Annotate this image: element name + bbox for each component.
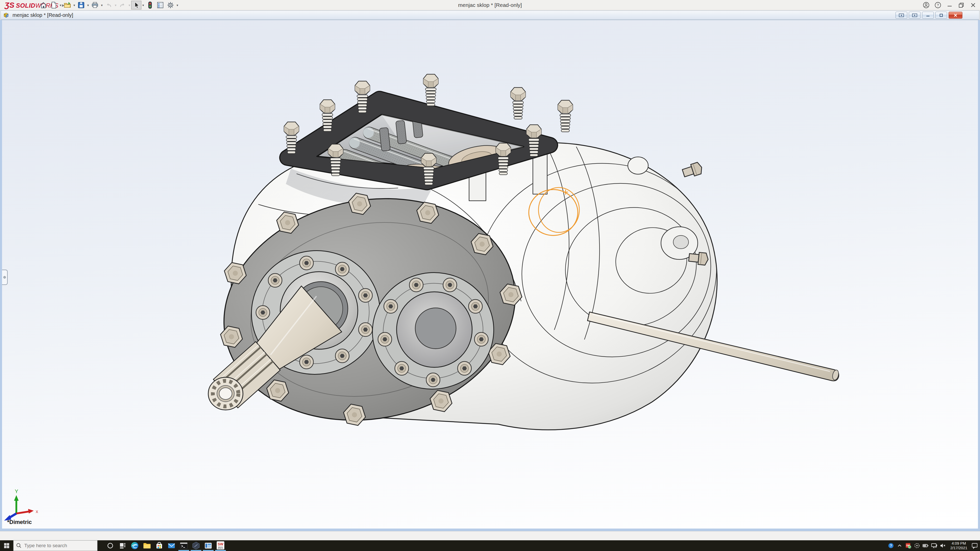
search-input[interactable]	[24, 543, 93, 549]
taskbar-app-file-explorer[interactable]	[141, 540, 153, 551]
redo-dropdown-arrow[interactable]: ▾	[127, 3, 131, 7]
tray-solidworks-monitor[interactable]: SW	[904, 540, 912, 551]
cortana-button[interactable]	[104, 540, 116, 551]
taskbar-app-window[interactable]	[202, 540, 215, 551]
titlebar-controls: ?	[921, 0, 978, 10]
windows-start-icon	[4, 543, 10, 548]
hexagon-app-icon	[192, 541, 200, 550]
document-close-icon	[953, 13, 958, 17]
model-scene[interactable]: Y x	[2, 20, 978, 531]
help-icon: ?	[935, 2, 941, 8]
feature-tree-collapse-tab[interactable]	[2, 270, 8, 285]
running-indicator	[203, 550, 213, 551]
cortana-icon	[107, 542, 114, 549]
select-dropdown-arrow[interactable]: ▾	[142, 3, 145, 7]
minimize-button[interactable]	[945, 1, 955, 10]
solidworks-2021-icon: SW 2021	[216, 541, 225, 551]
housing-side-bolt[interactable]	[682, 162, 703, 179]
save-icon	[77, 1, 85, 9]
pane-right-button[interactable]	[909, 12, 921, 19]
taskbar-app-solidworks[interactable]: SW 2021	[215, 540, 227, 551]
battery-icon	[922, 543, 929, 549]
help-button[interactable]: ?	[933, 1, 943, 10]
print-button[interactable]	[90, 1, 100, 10]
document-title: menjac sklop * [Read-only]	[13, 12, 73, 18]
taskbar-app-edge[interactable]	[129, 540, 141, 551]
document-minimize-button[interactable]	[922, 12, 934, 19]
edge-icon	[130, 541, 139, 550]
svg-text:2021: 2021	[218, 546, 224, 549]
search-icon	[16, 543, 22, 548]
new-document-icon	[50, 1, 57, 9]
taskbar-app-dev-hexagon[interactable]	[190, 540, 202, 551]
volume-muted-icon	[940, 543, 946, 549]
restore-button[interactable]	[956, 1, 966, 10]
taskbar-app-terminal[interactable]	[178, 540, 190, 551]
minimize-icon	[946, 2, 953, 8]
view-triad: Y x	[4, 489, 38, 521]
pane-left-icon	[899, 13, 904, 17]
undo-dropdown-arrow[interactable]: ▾	[114, 3, 118, 7]
document-close-button[interactable]	[948, 12, 963, 19]
undo-button[interactable]	[103, 1, 114, 10]
new-dropdown-arrow[interactable]: ▾	[59, 3, 62, 7]
home-button[interactable]	[38, 1, 48, 10]
open-folder-icon	[64, 1, 71, 9]
action-center-button[interactable]	[971, 540, 978, 551]
select-cursor-icon	[132, 1, 140, 9]
document-restore-button[interactable]	[935, 12, 947, 19]
task-view-button[interactable]	[116, 540, 129, 551]
running-indicator	[191, 550, 201, 551]
app-window-icon	[204, 541, 213, 550]
taskbar-app-store[interactable]	[153, 540, 165, 551]
tray-network[interactable]	[931, 540, 938, 551]
document-minimize-icon	[925, 13, 931, 17]
tray-screen-clip[interactable]	[913, 540, 921, 551]
options-dropdown-arrow[interactable]: ▾	[176, 3, 179, 7]
select-button[interactable]	[131, 1, 142, 10]
tray-battery[interactable]	[922, 540, 929, 551]
svg-text:?: ?	[890, 544, 892, 548]
start-button[interactable]	[0, 540, 13, 551]
tray-volume[interactable]	[939, 540, 947, 551]
file-explorer-icon	[143, 541, 151, 550]
taskbar-search[interactable]	[13, 540, 97, 551]
undo-icon	[105, 1, 113, 9]
tray-help-button[interactable]: ?	[887, 540, 895, 551]
gear-icon	[167, 1, 174, 9]
system-tray: ? SW	[887, 540, 980, 551]
taskbar: SW 2021 ? SW	[0, 540, 980, 551]
open-dropdown-arrow[interactable]: ▾	[73, 3, 76, 7]
document-title-bar: menjac sklop * [Read-only]	[0, 11, 980, 20]
save-button[interactable]	[76, 1, 86, 10]
save-dropdown-arrow[interactable]: ▾	[86, 3, 90, 7]
options-button[interactable]	[165, 1, 176, 10]
view-orientation-label: *Dimetric	[7, 519, 32, 526]
quick-access-toolbar: ▾ ▾ ▾ ▾ ▾ ▾	[38, 0, 179, 10]
print-dropdown-arrow[interactable]: ▾	[100, 3, 103, 7]
gearbox-model[interactable]	[205, 74, 839, 445]
rebuild-button[interactable]	[145, 1, 155, 10]
taskbar-app-mail[interactable]	[165, 540, 178, 551]
new-document-button[interactable]	[48, 1, 59, 10]
close-icon	[970, 2, 977, 8]
hidden-icons-button[interactable]	[896, 540, 904, 551]
close-button[interactable]	[968, 1, 978, 10]
pane-left-button[interactable]	[896, 12, 907, 19]
taskbar-clock[interactable]: 4:09 PM 2/17/2021	[948, 541, 970, 550]
solidworks-badge-icon: SW	[905, 543, 912, 549]
redo-button[interactable]	[118, 1, 127, 10]
graphics-viewport[interactable]: Y x *Dimetric	[0, 20, 980, 531]
document-window-controls	[896, 12, 963, 19]
open-button[interactable]	[62, 1, 73, 10]
status-bar	[0, 531, 980, 540]
pane-right-icon	[912, 13, 918, 17]
running-indicator	[178, 550, 189, 551]
user-account-button[interactable]	[921, 1, 931, 10]
clock-time: 4:09 PM	[948, 541, 970, 546]
file-properties-button[interactable]	[155, 1, 165, 10]
document-restore-icon	[939, 13, 944, 17]
print-icon	[91, 1, 99, 9]
triad-x-label: x	[36, 509, 38, 514]
task-view-icon	[119, 542, 126, 549]
